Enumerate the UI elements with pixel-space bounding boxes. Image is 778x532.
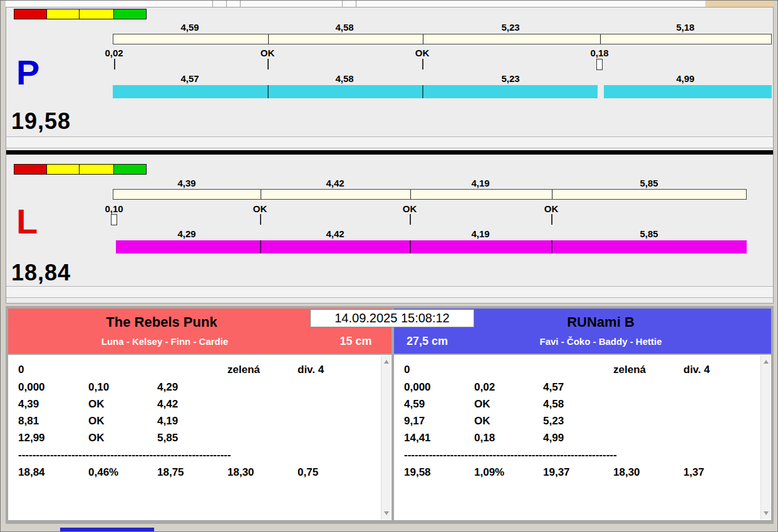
result-cell: OK [474,415,490,427]
l-exchange-status: 0,10 [86,203,142,214]
light-red [14,9,47,19]
l-split-time-label: 4,19 [452,228,509,239]
l-status-lights [14,164,147,175]
result-cell: 4,39 [18,398,39,411]
summary-cell: 19,37 [543,466,570,479]
l-split-time-label: 4,29 [158,228,215,239]
jump-height: 15 cm [324,335,387,348]
separator-line: ----------------------------------------… [404,449,617,461]
results-section: The Rebels Punk Luna - Kelsey - Finn - C… [6,306,774,524]
track-tick [261,190,261,199]
lane-divider [6,150,773,155]
result-cell: 4,59 [404,398,425,411]
result-cell: 12,99 [18,432,45,444]
exchange-tick [422,59,423,69]
timestamp-text: 14.09.2025 15:08:12 [335,311,450,325]
scroll-up-icon[interactable] [764,360,769,364]
result-cell: 4,42 [157,398,178,411]
l-plan-time-label: 5,85 [621,178,677,188]
result-cell: 0,000 [18,381,45,394]
p-time-track [113,34,772,44]
summary-cell: 18,84 [18,466,45,479]
result-cell: OK [88,432,105,444]
scrollbar[interactable] [381,356,391,519]
p-exchange-status: OK [394,48,450,58]
jump-height: 27,5 cm [407,335,448,348]
bar-divider [551,240,552,253]
result-cell: 0,02 [474,381,495,394]
summary-cell: 19,58 [404,466,431,479]
bar-divider [422,85,423,98]
scroll-down-icon[interactable] [764,511,769,515]
result-cell: 0,18 [474,432,495,444]
track-tick [410,190,411,199]
run-number: 0 [18,364,24,376]
fault-marker [596,59,603,70]
window-corner-decoration [705,1,774,7]
p-plan-time-label: 4,58 [316,22,373,33]
summary-cell: 18,75 [157,466,184,479]
p-split-time-label: 4,99 [657,73,713,84]
result-cell: 0,10 [88,381,109,394]
result-cell: 4,19 [157,415,178,427]
top-strip [6,1,705,7]
summary-cell: 1,37 [683,466,704,479]
taskbar-fragment [60,528,154,532]
scrollbar[interactable] [760,356,770,519]
lane-letter-l: L [16,204,38,239]
window-edge-line [226,1,227,7]
result-cell: 14,41 [404,432,431,444]
exchange-tick [410,214,411,225]
p-plan-time-label: 5,23 [482,22,539,33]
result-cell: 0,000 [404,381,431,394]
track-tick [423,34,423,44]
light-yellow-2 [80,165,113,174]
scroll-down-icon[interactable] [384,511,389,515]
result-panel-right: 0 zelená div. 4 0,000 0,02 4,57 4,59 OK … [394,355,771,520]
summary-cell: 18,30 [227,466,254,479]
l-plan-time-label: 4,39 [158,178,215,188]
track-tick [600,34,601,44]
color-label: zelená [613,364,646,376]
l-plan-time-label: 4,19 [452,178,509,188]
result-cell: 8,81 [18,415,39,427]
summary-cell: 0,75 [298,466,318,479]
exchange-tick [551,214,552,225]
l-exchange-status: OK [232,203,288,214]
p-progress-bar [113,85,772,98]
light-yellow-1 [47,165,80,174]
lane-total-p: 19,58 [11,108,71,135]
l-exchange-status: OK [523,203,579,214]
light-yellow-1 [47,9,80,19]
l-split-time-label: 5,85 [621,228,677,239]
lane-letter-p: P [16,55,39,90]
l-split-time-label: 4,42 [307,228,363,239]
window-edge-line [240,1,241,7]
exchange-tick [267,59,269,69]
bar-gap [598,84,604,99]
result-cell: OK [88,415,105,427]
l-plan-time-label: 4,42 [307,178,363,188]
empty-status-row [6,286,773,298]
light-green [114,165,147,174]
team-name: RUNami B [457,314,745,330]
p-split-time-label: 5,23 [482,73,539,84]
empty-status-row [6,136,773,148]
division-label: div. 4 [298,364,324,376]
track-tick [552,190,552,199]
p-plan-time-label: 5,18 [657,22,713,33]
p-split-time-label: 4,57 [162,73,218,84]
result-panel-left: 0 zelená div. 4 0,000 0,10 4,29 4,39 OK … [8,355,392,520]
light-yellow-2 [80,9,113,19]
separator-line: ----------------------------------------… [18,449,231,461]
fault-marker [111,214,117,225]
scroll-up-icon[interactable] [384,360,389,364]
team-members: Favi - Čoko - Baddy - Hettie [457,336,745,347]
result-cell: 5,85 [157,432,178,444]
lanes-panel: 4,59 4,58 5,23 5,18 0,02 OK OK 0,18 4,57… [6,7,774,304]
bar-divider [260,240,261,253]
result-cell: OK [474,398,490,411]
p-exchange-status: 0,18 [571,48,628,58]
result-cell: 4,99 [543,432,564,444]
lane-total-l: 18,84 [11,260,71,286]
